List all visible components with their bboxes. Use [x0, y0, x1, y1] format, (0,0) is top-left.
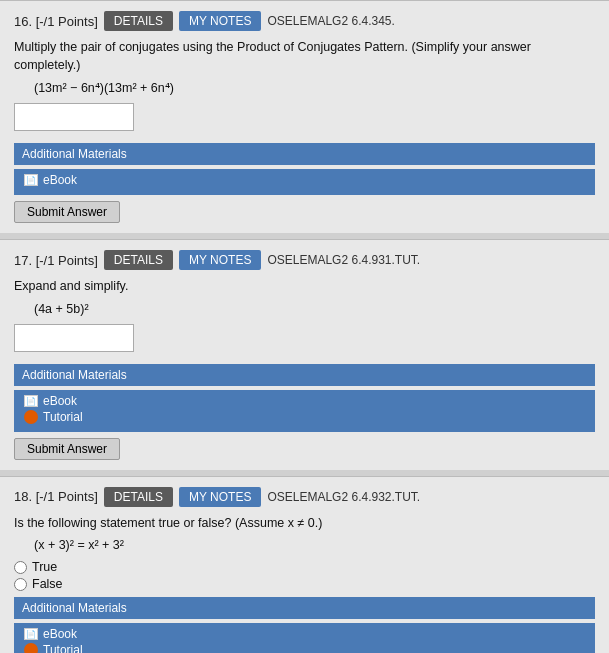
- problem-17-math: (4a + 5b)²: [34, 302, 595, 316]
- ebook-item-16[interactable]: 📄 eBook: [24, 173, 585, 187]
- mynotes-button-18[interactable]: MY NOTES: [179, 487, 261, 507]
- problem-18-number: 18. [-/1 Points]: [14, 489, 98, 504]
- additional-materials-label-17: Additional Materials: [14, 364, 595, 386]
- mynotes-button-16[interactable]: MY NOTES: [179, 11, 261, 31]
- materials-list-17: 📄 eBook Tutorial: [14, 390, 595, 432]
- problem-16-instruction: Multiply the pair of conjugates using th…: [14, 39, 595, 74]
- mynotes-button-17[interactable]: MY NOTES: [179, 250, 261, 270]
- submit-button-16[interactable]: Submit Answer: [14, 201, 120, 223]
- ebook-label-18[interactable]: eBook: [43, 627, 77, 641]
- radio-true-18[interactable]: True: [14, 560, 595, 574]
- oselem-16: OSELEMALG2 6.4.345.: [267, 14, 394, 28]
- problem-17-instruction: Expand and simplify.: [14, 278, 595, 296]
- problem-16: 16. [-/1 Points] DETAILS MY NOTES OSELEM…: [0, 0, 609, 233]
- materials-list-16: 📄 eBook: [14, 169, 595, 195]
- problem-18-instruction: Is the following statement true or false…: [14, 515, 595, 533]
- problem-16-math: (13m² − 6n⁴)(13m² + 6n⁴): [34, 80, 595, 95]
- ebook-item-18[interactable]: 📄 eBook: [24, 627, 585, 641]
- radio-false-input-18[interactable]: [14, 578, 27, 591]
- radio-group-18: True False: [14, 560, 595, 591]
- radio-false-label-18: False: [32, 577, 63, 591]
- problem-18: 18. [-/1 Points] DETAILS MY NOTES OSELEM…: [0, 476, 609, 654]
- tutorial-icon-18: [24, 643, 38, 653]
- oselem-18: OSELEMALG2 6.4.932.TUT.: [267, 490, 420, 504]
- problem-18-header: 18. [-/1 Points] DETAILS MY NOTES OSELEM…: [14, 487, 595, 507]
- tutorial-label-18[interactable]: Tutorial: [43, 643, 83, 653]
- radio-true-input-18[interactable]: [14, 561, 27, 574]
- problem-17-header: 17. [-/1 Points] DETAILS MY NOTES OSELEM…: [14, 250, 595, 270]
- tutorial-icon-17: [24, 410, 38, 424]
- ebook-label-17[interactable]: eBook: [43, 394, 77, 408]
- ebook-icon-17: 📄: [24, 395, 38, 407]
- tutorial-item-18[interactable]: Tutorial: [24, 643, 585, 653]
- details-button-18[interactable]: DETAILS: [104, 487, 173, 507]
- radio-true-label-18: True: [32, 560, 57, 574]
- oselem-17: OSELEMALG2 6.4.931.TUT.: [267, 253, 420, 267]
- answer-input-17[interactable]: [14, 324, 134, 352]
- problem-18-math: (x + 3)² = x² + 3²: [34, 538, 595, 552]
- problem-17: 17. [-/1 Points] DETAILS MY NOTES OSELEM…: [0, 239, 609, 470]
- problem-16-number: 16. [-/1 Points]: [14, 14, 98, 29]
- ebook-icon-18: 📄: [24, 628, 38, 640]
- problem-17-number: 17. [-/1 Points]: [14, 253, 98, 268]
- tutorial-item-17[interactable]: Tutorial: [24, 410, 585, 424]
- tutorial-label-17[interactable]: Tutorial: [43, 410, 83, 424]
- details-button-17[interactable]: DETAILS: [104, 250, 173, 270]
- radio-false-18[interactable]: False: [14, 577, 595, 591]
- details-button-16[interactable]: DETAILS: [104, 11, 173, 31]
- ebook-icon-16: 📄: [24, 174, 38, 186]
- submit-button-17[interactable]: Submit Answer: [14, 438, 120, 460]
- ebook-label-16[interactable]: eBook: [43, 173, 77, 187]
- page: 16. [-/1 Points] DETAILS MY NOTES OSELEM…: [0, 0, 609, 653]
- materials-list-18: 📄 eBook Tutorial: [14, 623, 595, 653]
- problem-16-header: 16. [-/1 Points] DETAILS MY NOTES OSELEM…: [14, 11, 595, 31]
- additional-materials-label-16: Additional Materials: [14, 143, 595, 165]
- answer-input-16[interactable]: [14, 103, 134, 131]
- additional-materials-label-18: Additional Materials: [14, 597, 595, 619]
- ebook-item-17[interactable]: 📄 eBook: [24, 394, 585, 408]
